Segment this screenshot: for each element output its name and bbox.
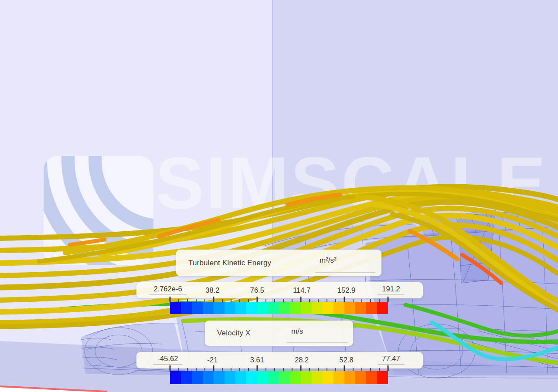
colorbar-segment [225, 302, 235, 314]
minor-tick [370, 368, 371, 371]
tke-tick-label-3: 114.7 [293, 286, 310, 294]
minor-tick [361, 368, 362, 371]
minor-tick [178, 368, 179, 371]
colorbar-segment [312, 371, 323, 384]
colorbar-segment [268, 371, 279, 384]
tke-tick-label-1: 38.2 [205, 286, 219, 294]
colorbar-segment [323, 371, 333, 384]
minor-tick [309, 368, 310, 371]
minor-tick [204, 299, 205, 302]
vx-tick-label-1: -21 [207, 356, 218, 364]
minor-tick [274, 368, 275, 371]
minor-tick [231, 368, 231, 371]
colorbar-segment [290, 371, 301, 384]
colorbar-segment [355, 302, 366, 314]
colorbar-segment [257, 371, 268, 384]
minor-tick [283, 368, 284, 371]
tke-title-box[interactable]: Turbulent Kinetic Energy m²/s² [176, 250, 381, 276]
colorbar-segment [268, 302, 279, 314]
minor-tick [353, 299, 354, 302]
minor-tick [248, 299, 249, 302]
minor-tick [248, 368, 249, 371]
minor-tick [231, 299, 231, 302]
minor-tick [274, 299, 275, 302]
major-tick [257, 297, 258, 302]
colorbar-segment [301, 371, 312, 384]
minor-tick [222, 299, 223, 302]
colorbar-segment [181, 302, 192, 314]
colorbar-segment [290, 302, 301, 314]
tke-tick-label-2: 76.5 [250, 286, 264, 294]
minor-tick [309, 299, 310, 302]
minor-tick [292, 368, 293, 371]
minor-tick [292, 299, 293, 302]
colorbar-segment [377, 371, 388, 384]
minor-tick [239, 299, 240, 302]
colorbar-segment [192, 302, 203, 314]
minor-tick [196, 368, 197, 371]
colorbar-segment [203, 371, 214, 384]
minor-tick [370, 299, 371, 302]
colorbar-segment [225, 371, 235, 384]
colorbar-segment [312, 302, 323, 314]
minor-tick [187, 368, 188, 371]
major-tick [170, 297, 171, 302]
vx-tick-label-min[interactable]: -45.62 [153, 355, 183, 365]
vx-colorbar [170, 371, 388, 384]
minor-tick [327, 299, 327, 302]
vx-tick-label-max[interactable]: 77.47 [378, 355, 404, 365]
major-tick [213, 365, 214, 371]
colorbar-segment [366, 371, 377, 384]
colorbar-segment [366, 302, 377, 314]
minor-tick [335, 368, 336, 371]
legend-title: Turbulent Kinetic Energy [188, 259, 271, 267]
colorbar-segment [257, 302, 268, 314]
tke-scale-box: 2.762e-638.276.5114.7152.9191.2 [136, 282, 423, 298]
minor-tick [265, 299, 266, 302]
vx-unit-field[interactable]: m/s [287, 326, 348, 343]
minor-tick [178, 299, 179, 302]
major-tick [213, 297, 214, 302]
minor-tick [196, 299, 197, 302]
colorbar-segment [333, 302, 344, 314]
tke-tick-label-4: 152.9 [337, 286, 355, 294]
minor-tick [379, 368, 380, 371]
colorbar-segment [301, 302, 312, 314]
vx-title-box[interactable]: Velocity X m/s [205, 321, 353, 346]
colorbar-segment [323, 302, 333, 314]
viewport-3d[interactable]: SIMSCALE [0, 0, 558, 392]
tke-tick-label-max[interactable]: 191.2 [378, 284, 404, 295]
major-tick [170, 365, 171, 371]
colorbar-segment [214, 371, 225, 384]
major-tick [388, 297, 389, 302]
major-tick [257, 365, 258, 371]
colorbar-segment [203, 302, 214, 314]
colorbar-segment [235, 371, 246, 384]
colorbar-segment [279, 302, 290, 314]
tke-unit-field[interactable]: m²/s² [315, 255, 375, 273]
major-tick [300, 365, 302, 371]
minor-tick [283, 299, 284, 302]
major-tick [344, 297, 345, 302]
minor-tick [353, 368, 354, 371]
minor-tick [327, 368, 327, 371]
minor-tick [222, 368, 223, 371]
minor-tick [265, 368, 266, 371]
colorbar-segment [170, 371, 181, 384]
minor-tick [379, 299, 380, 302]
tke-tick-label-min[interactable]: 2.762e-6 [149, 284, 186, 295]
major-tick [300, 297, 302, 302]
colorbar-segment [344, 302, 355, 314]
minor-tick [335, 299, 336, 302]
vx-colorbar-ticks [170, 365, 388, 371]
colorbar-segment [333, 371, 344, 384]
colorbar-segment [214, 302, 225, 314]
colorbar-segment [246, 302, 257, 314]
tke-colorbar-ticks [170, 297, 388, 302]
major-tick [388, 365, 389, 371]
colorbar-segment [279, 371, 290, 384]
vx-tick-label-4: 52.8 [340, 356, 354, 364]
minor-tick [187, 299, 188, 302]
colorbar-segment [192, 371, 203, 384]
vx-tick-label-2: 3.61 [250, 356, 264, 364]
